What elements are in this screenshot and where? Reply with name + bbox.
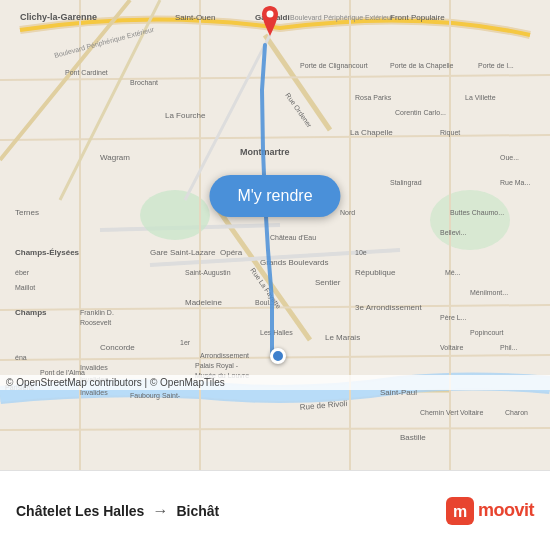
svg-text:Riquet: Riquet — [440, 129, 460, 137]
moovit-logo-icon: m — [446, 497, 474, 525]
svg-text:Wagram: Wagram — [100, 153, 130, 162]
svg-text:Porte de l...: Porte de l... — [478, 62, 514, 69]
map-container: Boulevard Périphérique Extérieur Bouleva… — [0, 0, 550, 470]
svg-text:Phil...: Phil... — [500, 344, 518, 351]
svg-text:Rue Ma...: Rue Ma... — [500, 179, 530, 186]
svg-text:Champs: Champs — [15, 308, 47, 317]
svg-text:Invalides: Invalides — [80, 389, 108, 396]
svg-text:La Villette: La Villette — [465, 94, 496, 101]
map-svg: Boulevard Périphérique Extérieur Bouleva… — [0, 0, 550, 470]
map-attribution: © OpenStreetMap contributors | © OpenMap… — [0, 375, 550, 390]
origin-pin — [270, 348, 286, 364]
svg-text:éna: éna — [15, 354, 27, 361]
svg-text:Nord: Nord — [340, 209, 355, 216]
svg-text:Porte de Clignancourt: Porte de Clignancourt — [300, 62, 368, 70]
svg-text:Voltaire: Voltaire — [440, 344, 463, 351]
svg-text:Père L...: Père L... — [440, 314, 467, 321]
navigate-button[interactable]: M'y rendre — [209, 175, 340, 217]
svg-text:m: m — [453, 503, 467, 520]
svg-text:La Chapelle: La Chapelle — [350, 128, 393, 137]
svg-text:Rosa Parks: Rosa Parks — [355, 94, 392, 101]
svg-text:Roosevelt: Roosevelt — [80, 319, 111, 326]
svg-text:Saint-Augustin: Saint-Augustin — [185, 269, 231, 277]
svg-text:Oue...: Oue... — [500, 154, 519, 161]
svg-text:Voltaire: Voltaire — [460, 409, 483, 416]
route-info: Châtelet Les Halles → Bichât — [16, 502, 446, 520]
bottom-bar: Châtelet Les Halles → Bichât m moovit — [0, 470, 550, 550]
svg-text:Invalides: Invalides — [80, 364, 108, 371]
svg-text:Champs-Élysées: Champs-Élysées — [15, 248, 80, 257]
svg-text:Les Halles: Les Halles — [260, 329, 293, 336]
svg-text:Charon: Charon — [505, 409, 528, 416]
arrow-icon: → — [152, 502, 168, 520]
svg-text:Le Marais: Le Marais — [325, 333, 360, 342]
svg-text:Popincourt: Popincourt — [470, 329, 504, 337]
svg-text:Gare Saint-Lazare: Gare Saint-Lazare — [150, 248, 216, 257]
svg-text:éber: éber — [15, 269, 30, 276]
svg-text:Bellevi...: Bellevi... — [440, 229, 467, 236]
svg-text:Porte de la Chapelle: Porte de la Chapelle — [390, 62, 454, 70]
svg-text:Arrondissement: Arrondissement — [200, 352, 249, 359]
svg-text:Madeleine: Madeleine — [185, 298, 222, 307]
svg-text:Saint-Ouen: Saint-Ouen — [175, 13, 215, 22]
svg-text:Faubourg Saint-: Faubourg Saint- — [130, 392, 181, 400]
svg-text:Palais Royal -: Palais Royal - — [195, 362, 239, 370]
svg-point-2 — [430, 190, 510, 250]
svg-text:Maillot: Maillot — [15, 284, 35, 291]
svg-text:République: République — [355, 268, 396, 277]
svg-text:Pont Cardinet: Pont Cardinet — [65, 69, 108, 76]
svg-text:Front Populaire: Front Populaire — [390, 13, 445, 22]
svg-text:10e: 10e — [355, 249, 367, 256]
svg-text:Franklin D.: Franklin D. — [80, 309, 114, 316]
to-station: Bichât — [176, 503, 219, 519]
svg-text:Sentier: Sentier — [315, 278, 341, 287]
svg-point-83 — [267, 11, 274, 18]
svg-text:1er: 1er — [180, 339, 191, 346]
moovit-logo-text: moovit — [478, 500, 534, 521]
moovit-logo: m moovit — [446, 497, 534, 525]
svg-text:Mé...: Mé... — [445, 269, 461, 276]
svg-text:Buttes Chaumo...: Buttes Chaumo... — [450, 209, 504, 216]
svg-text:Clichy-la-Garenne: Clichy-la-Garenne — [20, 12, 97, 22]
from-station: Châtelet Les Halles — [16, 503, 144, 519]
svg-text:Ternes: Ternes — [15, 208, 39, 217]
destination-pin — [258, 6, 282, 36]
svg-text:Boulevard Périphérique Extérie: Boulevard Périphérique Extérieur — [290, 14, 394, 22]
svg-text:3e Arrondissement: 3e Arrondissement — [355, 303, 422, 312]
svg-text:Château d'Eau: Château d'Eau — [270, 234, 316, 241]
svg-text:Concorde: Concorde — [100, 343, 135, 352]
svg-text:La Fourche: La Fourche — [165, 111, 206, 120]
svg-text:Chemin Vert: Chemin Vert — [420, 409, 459, 416]
svg-text:Opéra: Opéra — [220, 248, 243, 257]
svg-text:Bastille: Bastille — [400, 433, 426, 442]
svg-text:Stalingrad: Stalingrad — [390, 179, 422, 187]
svg-text:Corentin Carlo...: Corentin Carlo... — [395, 109, 446, 116]
svg-text:Ménilmont...: Ménilmont... — [470, 289, 508, 296]
svg-text:Brochant: Brochant — [130, 79, 158, 86]
